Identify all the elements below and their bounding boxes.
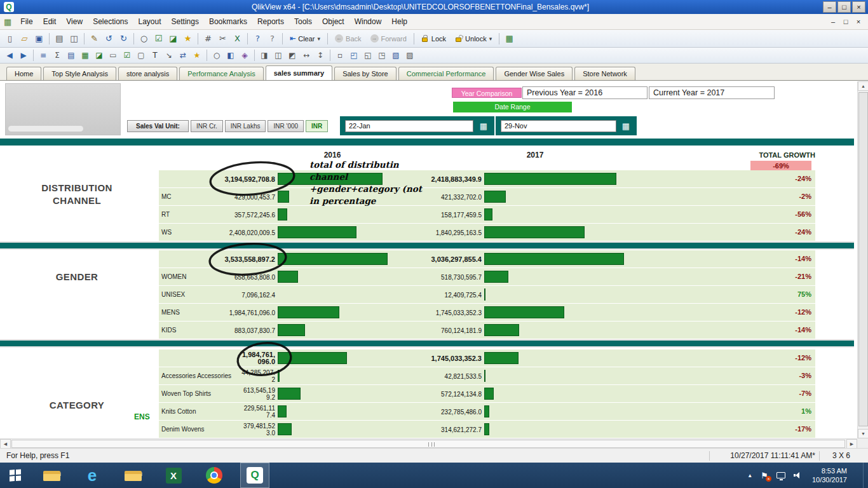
multibox-object-button[interactable]: ▤ — [64, 49, 78, 62]
close-button[interactable]: × — [852, 1, 865, 13]
redo-button[interactable]: ↻ — [116, 32, 131, 46]
tab-sales-by-store[interactable]: Sales by Store — [334, 67, 397, 80]
show-desktop-button[interactable] — [863, 463, 868, 488]
lock-button[interactable]: Lock — [417, 32, 451, 46]
hidden-icons-chevron[interactable]: ▲ — [747, 473, 752, 478]
align-right-button[interactable]: ◩ — [285, 49, 299, 62]
listbox-scrollbar[interactable] — [8, 126, 83, 132]
bar-2017[interactable] — [484, 306, 564, 318]
tab-gender-wise-sales[interactable]: Gender Wise Sales — [496, 67, 573, 80]
bar-2017[interactable] — [484, 208, 492, 220]
space-horizontal-button[interactable]: ↔ — [299, 49, 313, 62]
bar-2016[interactable] — [278, 173, 383, 185]
menu-object[interactable]: Object — [317, 14, 349, 29]
inputbox-object-button[interactable]: ▭ — [106, 49, 120, 62]
unlock-dropdown-icon[interactable]: ▾ — [489, 36, 492, 42]
menu-tools[interactable]: Tools — [289, 14, 317, 29]
tab-commercial-performance[interactable]: Commercial Performance — [398, 67, 494, 80]
button-object-button[interactable]: ▢ — [134, 49, 148, 62]
text-object-button[interactable]: T — [148, 49, 162, 62]
move-back-button[interactable]: ◱ — [361, 49, 375, 62]
custom-object-button[interactable]: ◈ — [238, 49, 252, 62]
listbox-panel[interactable] — [5, 83, 121, 135]
current-year-box[interactable]: Current Year = 2017 — [649, 86, 775, 99]
bar-2016[interactable] — [278, 226, 356, 238]
volume-icon[interactable] — [794, 471, 801, 479]
restore-button[interactable]: □ — [837, 1, 851, 13]
taskbar-clock[interactable]: 8:53 AM 10/30/2017 — [812, 466, 847, 484]
statistics-object-button[interactable]: Σ — [50, 49, 64, 62]
bar-2016[interactable] — [278, 208, 287, 220]
print-button[interactable]: ▤ — [52, 32, 67, 46]
tab-store-analysis[interactable]: store analysis — [118, 67, 177, 80]
bar-2017[interactable] — [484, 271, 508, 283]
space-vertical-button[interactable]: ↕ — [313, 49, 327, 62]
bar-2017[interactable] — [484, 173, 616, 185]
bar-2017[interactable] — [484, 253, 624, 265]
bar-2017[interactable] — [484, 288, 485, 301]
slider-object-button[interactable]: ⇄ — [176, 49, 190, 62]
bookmark-object-button[interactable]: ★ — [190, 49, 204, 62]
menu-reports[interactable]: Reports — [252, 14, 289, 29]
tab-sales-summary[interactable]: sales summary — [266, 65, 333, 80]
bar-2017[interactable] — [484, 226, 585, 238]
bar-2017[interactable] — [484, 405, 489, 417]
menu-window[interactable]: Window — [349, 14, 387, 29]
current-selections-object-button[interactable]: ☑ — [120, 49, 134, 62]
demote-sheet-button[interactable]: ▶ — [17, 49, 31, 62]
menu-file[interactable]: File — [15, 14, 37, 29]
tab-top-style-analysis[interactable]: Top Style Analysis — [43, 67, 116, 80]
design-grid-button[interactable]: # — [201, 32, 215, 46]
vertical-scroll-thumb[interactable] — [858, 92, 868, 426]
design-menu-button[interactable]: ▧ — [389, 49, 403, 62]
clear-dropdown-icon[interactable]: ▾ — [318, 36, 321, 42]
scroll-right-arrow[interactable]: ▶ — [846, 439, 857, 449]
taskbar-qlikview[interactable]: Q — [240, 463, 269, 488]
previous-year-box[interactable]: Previous Year = 2016 — [522, 86, 648, 99]
container-object-button[interactable]: ◧ — [224, 49, 238, 62]
bar-2016[interactable] — [278, 306, 339, 318]
undo-button[interactable]: ↺ — [102, 32, 116, 46]
favorites-button[interactable]: ★ — [180, 32, 195, 46]
horizontal-scroll-thumb[interactable] — [11, 440, 845, 448]
menu-help[interactable]: Help — [386, 14, 412, 29]
bar-2016[interactable] — [278, 388, 301, 400]
unit-inr-cr-[interactable]: INR Cr. — [191, 120, 223, 132]
new-document-button[interactable]: ▯ — [3, 32, 17, 46]
snap-grid-button[interactable]: ▫ — [333, 49, 347, 62]
print-preview-button[interactable]: ◫ — [67, 32, 81, 46]
bar-2016[interactable] — [278, 423, 292, 435]
open-button[interactable]: ▱ — [17, 32, 32, 46]
bar-2016[interactable] — [278, 370, 280, 382]
bar-2017[interactable] — [484, 423, 489, 435]
webview-button[interactable]: ◰ — [347, 49, 361, 62]
tablebox-object-button[interactable]: ▦ — [78, 49, 92, 62]
promote-sheet-button[interactable]: ◀ — [3, 49, 17, 62]
help-button[interactable]: ? — [250, 32, 265, 46]
action-center-icon[interactable]: ⚑× — [761, 471, 768, 480]
table-viewer-button[interactable]: ▦ — [502, 32, 517, 46]
bar-2016[interactable] — [278, 405, 287, 417]
unit-inr-000[interactable]: INR '000 — [268, 120, 304, 132]
unit-inr-lakhs[interactable]: INR Lakhs — [225, 120, 266, 132]
chart-wizard-button[interactable]: ◪ — [166, 32, 180, 46]
forward-button[interactable]: → Forward — [366, 32, 411, 46]
bar-2016[interactable] — [278, 253, 388, 265]
taskbar-internet-explorer[interactable]: e — [78, 463, 107, 488]
line-arrow-object-button[interactable]: ↘ — [162, 49, 176, 62]
menu-bookmarks[interactable]: Bookmarks — [204, 14, 252, 29]
menu-layout[interactable]: Layout — [133, 14, 166, 29]
mdi-close-button[interactable]: × — [854, 18, 863, 25]
context-help-button[interactable]: ? — [265, 32, 280, 46]
export-excel-button[interactable]: X — [230, 32, 245, 46]
scroll-left-arrow[interactable]: ◀ — [0, 439, 11, 449]
calendar-icon[interactable]: ▦ — [477, 120, 490, 132]
menu-edit[interactable]: Edit — [38, 14, 62, 29]
move-front-button[interactable]: ◳ — [375, 49, 389, 62]
taskbar-documents-folder[interactable] — [118, 463, 147, 488]
save-button[interactable]: ▣ — [32, 32, 46, 46]
menu-selections[interactable]: Selections — [88, 14, 133, 29]
back-button[interactable]: ← Back — [330, 32, 365, 46]
align-left-button[interactable]: ◨ — [257, 49, 271, 62]
menu-settings[interactable]: Settings — [166, 14, 204, 29]
